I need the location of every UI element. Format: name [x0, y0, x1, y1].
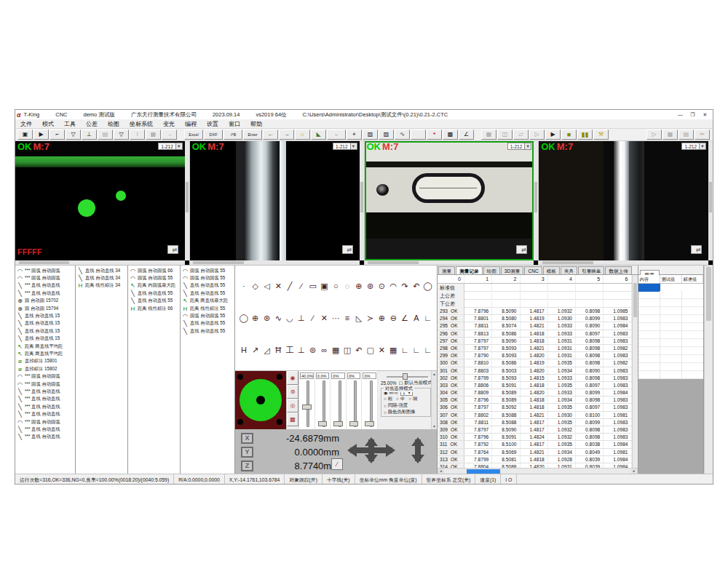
camera-hscrollbar[interactable] [15, 260, 185, 265]
jog-vertical-arrows[interactable] [368, 439, 374, 461]
camera-zoom-select[interactable]: 1-212▾ [507, 143, 532, 150]
list-item[interactable]: ⌀直径标注 15802 [15, 365, 75, 372]
slider-track[interactable] [299, 380, 314, 427]
camera-hscrollbar[interactable] [365, 260, 534, 265]
table-row[interactable]: 298OK 7.8797 8.5093 1.4821 1.0931 0.8098… [438, 345, 632, 352]
results-tab[interactable]: 数据上传 [605, 266, 631, 274]
camera-zoom-select[interactable]: 1-212▾ [158, 143, 183, 150]
menu-item[interactable]: 文件 [15, 119, 37, 129]
tool-icon[interactable]: ∞ [319, 345, 331, 355]
tool-icon[interactable]: ↗ [250, 345, 261, 355]
toolbar-button[interactable]: ▦ [662, 129, 678, 140]
tool-icon[interactable]: ◁ [261, 281, 273, 291]
toolbar-button[interactable]: ↕ [130, 129, 145, 140]
results-tab[interactable]: 测量 [438, 266, 455, 274]
menu-item[interactable]: 绘图 [103, 119, 124, 129]
toolbar-button[interactable]: ◣ [311, 129, 326, 140]
tool-icon[interactable]: ◺ [353, 313, 365, 323]
tool-icon[interactable]: ∟ [411, 345, 422, 355]
camera-tool-button[interactable]: ⇄ [342, 245, 353, 254]
toolbar-button[interactable]: ▱ [513, 129, 529, 140]
list-item[interactable]: ╲直线 自动直线 15 [15, 327, 75, 335]
window-control-button[interactable]: ❐ [687, 111, 699, 119]
list-item[interactable]: ╲直线 自动直线 55 [181, 282, 234, 290]
tool-icon[interactable]: ⊥ [296, 313, 307, 323]
camera-zoom-select[interactable]: 1-212▾ [681, 143, 706, 150]
toolbar-button[interactable]: ▶ [545, 129, 561, 140]
tolerance-row[interactable]: 下公差 [438, 300, 632, 308]
camera-zoom-select[interactable]: 1-212▾ [333, 143, 357, 150]
axis-icon[interactable]: X [241, 433, 253, 444]
toolbar-button[interactable]: ▨ [379, 129, 394, 140]
tool-icon[interactable]: ∟ [422, 345, 434, 355]
list-item[interactable]: ↖距离 两直线平均距 [15, 343, 75, 350]
chevron-down-icon[interactable]: ▾ [525, 143, 531, 150]
table-row[interactable]: 306OK 7.8797 8.5092 1.4818 1.0935 0.8097… [438, 404, 632, 411]
list-item[interactable]: ╲直线 自动直线 55 [181, 290, 234, 297]
column-header[interactable]: 0 [438, 275, 464, 283]
tolerance-row[interactable]: 上公差 [438, 292, 632, 300]
chevron-down-icon[interactable]: ▾ [700, 143, 706, 150]
menu-item[interactable]: 变光 [158, 119, 180, 129]
toolbar-button[interactable]: ∿ [395, 129, 410, 140]
camera-vscrollbar[interactable] [708, 141, 713, 260]
tool-icon[interactable]: ◯ [422, 281, 434, 291]
toolbar-button[interactable]: ⌐ [50, 129, 65, 140]
table-row[interactable]: 309OK 7.8797 8.5090 1.4817 1.0932 0.8098… [438, 426, 632, 434]
table-row[interactable]: 304OK 7.8809 8.5089 1.4820 1.0933 0.8099… [438, 389, 632, 396]
list-item[interactable]: ╲直线 自动直线 55 [128, 298, 180, 305]
toolbar-button[interactable]: ▽ [66, 129, 81, 140]
column-header[interactable]: 4 [548, 275, 576, 283]
camera-hscrollbar[interactable] [190, 260, 360, 265]
ring-light-mode-button[interactable]: ⊚ [287, 385, 298, 399]
toolbar-button[interactable]: ✂ [695, 129, 710, 140]
toolbar-button[interactable]: ▦ [481, 129, 496, 140]
camera-panel[interactable]: OKM:7 1-212▾ ⇄ [190, 141, 364, 265]
camera-image[interactable]: OKM:7 1-212▾ ⇄ [190, 141, 360, 260]
tool-icon[interactable]: ◡ [284, 313, 296, 323]
toolbar-button[interactable]: ▤ [98, 129, 113, 140]
table-row[interactable]: 300OK 7.8810 8.5086 1.4819 1.0935 0.8098… [438, 359, 632, 367]
ring-light-mode-button[interactable]: ◎ [287, 399, 298, 412]
toolbar-button[interactable]: ▽ [114, 129, 129, 140]
chevron-down-icon[interactable]: ▾ [351, 143, 357, 150]
list-item[interactable]: H距离 线性标注 34 [76, 282, 127, 290]
tool-icon[interactable]: ⊙ [376, 281, 388, 291]
column-header[interactable]: 1 [464, 275, 492, 283]
tool-icon[interactable]: ∕ [307, 313, 319, 323]
menu-item[interactable]: 窗口 [223, 119, 245, 129]
tool-icon[interactable]: ⋯ [330, 313, 341, 323]
camera-panel[interactable]: OKM:7 FFFFF 1-212▾ ⇄ [15, 141, 189, 265]
list-item[interactable]: ⊕圆 自动圆 15702 [15, 298, 75, 305]
table-row[interactable]: 299OK 7.8790 8.5093 1.4820 1.0931 0.8098… [438, 352, 632, 359]
scroll-right-icon[interactable]: ▸ [631, 469, 638, 474]
list-item[interactable]: ↖距离 两直线最大距 [181, 298, 234, 305]
jog-z-arrows[interactable] [415, 439, 421, 461]
list-item[interactable]: ╲*** 直线 自动直线 [15, 388, 75, 395]
column-header[interactable]: 内容 [638, 275, 660, 283]
list-item[interactable]: H距离 线性标注 55 [181, 305, 234, 312]
tool-icon[interactable]: ⊕ [376, 313, 388, 323]
table-row[interactable]: 293OK 7.8796 8.5090 1.4817 1.0932 0.8098… [438, 308, 632, 315]
list-item[interactable]: ◠圆弧 自动圆弧 55 [181, 312, 234, 319]
menu-item[interactable]: 模式 [37, 119, 59, 129]
toolbar-button[interactable]: ⊥ [82, 129, 97, 140]
hscroll-thumb[interactable] [467, 469, 500, 474]
tool-icon[interactable]: ✕ [272, 281, 284, 291]
slider-track[interactable] [331, 380, 346, 427]
tool-icon[interactable]: ◠ [387, 281, 399, 291]
tool-icon[interactable]: ▣ [319, 281, 331, 291]
tool-icon[interactable]: ⊥ [296, 345, 307, 355]
table-row[interactable]: 307OK 7.8802 8.5088 1.4821 1.0930 0.8100… [438, 412, 632, 419]
list-item[interactable]: ╲*** 直线 自动直线 [15, 396, 75, 403]
tool-icon[interactable]: ✕ [319, 313, 331, 323]
tolerance-row[interactable]: 标准值 [438, 284, 632, 292]
camera-image[interactable]: OKM:7 1-212▾ ⇄ [365, 141, 534, 260]
tool-icon[interactable]: ▢ [365, 345, 376, 355]
slider-track[interactable] [315, 380, 331, 427]
toolbar-button[interactable]: ■ [561, 129, 577, 140]
window-control-button[interactable]: ✕ [699, 111, 711, 119]
table-row[interactable]: 305OK 7.8796 8.5089 1.4818 1.0934 0.8098… [438, 396, 632, 404]
list-item[interactable]: ╲*** 直线 自动直线 [15, 290, 75, 297]
tool-icon[interactable]: ◯ [238, 313, 250, 323]
